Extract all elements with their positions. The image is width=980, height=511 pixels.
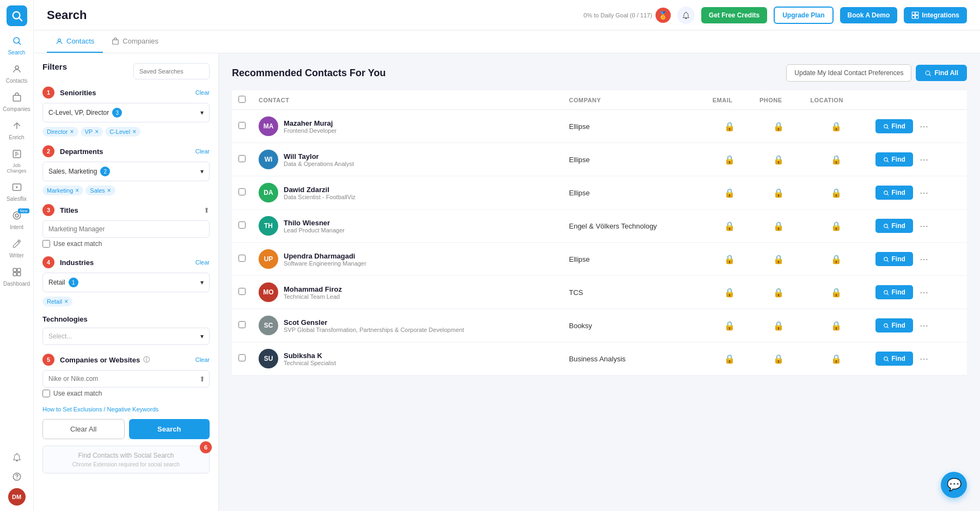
- companies-clear-button[interactable]: Clear: [195, 356, 210, 363]
- titles-upload-icon[interactable]: ⬆: [204, 206, 210, 214]
- saved-searches-input[interactable]: [133, 63, 210, 79]
- sidebar-item-enrich[interactable]: Enrich: [2, 118, 32, 144]
- tag-sales[interactable]: Sales ×: [85, 186, 115, 195]
- sidebar-item-contacts[interactable]: Contacts: [2, 61, 32, 87]
- upgrade-plan-button[interactable]: Upgrade Plan: [774, 7, 833, 24]
- contact-avatar: MO: [259, 282, 278, 302]
- exclusions-link[interactable]: How to Set Exclusions / Negative Keyword…: [42, 406, 210, 413]
- find-button[interactable]: Find: [875, 352, 912, 366]
- seniorities-clear-button[interactable]: Clear: [195, 89, 210, 96]
- find-button[interactable]: Find: [875, 119, 912, 133]
- sidebar-item-search[interactable]: Search: [2, 33, 32, 59]
- find-button[interactable]: Find: [875, 152, 912, 167]
- find-button[interactable]: Find: [875, 252, 912, 266]
- more-options-button[interactable]: ⋯: [916, 318, 932, 333]
- avatar[interactable]: DM: [8, 488, 26, 506]
- departments-dropdown[interactable]: Sales, Marketing 2 ▾: [42, 162, 210, 181]
- action-cell: Find ⋯: [875, 285, 960, 300]
- more-options-button[interactable]: ⋯: [916, 152, 932, 167]
- update-prefs-button[interactable]: Update My Ideal Contact Preferences: [786, 64, 911, 82]
- row-checkbox[interactable]: [238, 188, 246, 195]
- contact-avatar: MA: [259, 116, 278, 136]
- row-checkbox[interactable]: [238, 122, 246, 129]
- email-lock-icon: 🔒: [713, 221, 746, 231]
- companies-upload-icon[interactable]: ⬆: [199, 375, 205, 383]
- sidebar-item-companies[interactable]: Companies: [2, 89, 32, 115]
- find-all-button[interactable]: Find All: [916, 65, 967, 81]
- companies-input[interactable]: [42, 370, 210, 387]
- departments-clear-button[interactable]: Clear: [195, 148, 210, 155]
- contact-avatar: SC: [259, 316, 278, 335]
- select-all-checkbox[interactable]: [238, 96, 246, 103]
- sidebar-item-help[interactable]: [2, 469, 32, 486]
- search-button[interactable]: Search: [129, 419, 210, 439]
- tag-clevel[interactable]: C-Level ×: [105, 127, 140, 137]
- departments-count-badge: 2: [100, 167, 110, 176]
- social-search-placeholder: Find Contacts with Social Search: [48, 452, 204, 459]
- more-options-button[interactable]: ⋯: [916, 285, 932, 300]
- chat-bubble[interactable]: 💬: [941, 472, 967, 498]
- tag-director[interactable]: Director ×: [42, 127, 78, 137]
- find-button[interactable]: Find: [875, 186, 912, 200]
- more-options-button[interactable]: ⋯: [916, 119, 932, 134]
- row-checkbox[interactable]: [238, 321, 246, 328]
- book-demo-button[interactable]: Book A Demo: [840, 7, 898, 23]
- titles-exact-match-checkbox[interactable]: [42, 240, 50, 248]
- location-lock-icon: 🔒: [810, 287, 862, 298]
- col-phone: Phone: [753, 90, 804, 110]
- row-checkbox[interactable]: [238, 354, 246, 361]
- tag-marketing[interactable]: Marketing ×: [42, 186, 83, 195]
- writer-icon: [12, 239, 22, 251]
- filter-section-companies: 5 Companies or Websites ⓘ Clear ⬆ Use ex…: [42, 354, 210, 397]
- more-options-button[interactable]: ⋯: [916, 186, 932, 200]
- more-options-button[interactable]: ⋯: [916, 219, 932, 233]
- row-checkbox[interactable]: [238, 288, 246, 295]
- more-options-button[interactable]: ⋯: [916, 352, 932, 366]
- dashboard-icon: [12, 267, 22, 280]
- industries-dropdown[interactable]: Retail 1 ▾: [42, 273, 210, 292]
- clear-all-button[interactable]: Clear All: [42, 419, 125, 439]
- contact-name: Thilo Wiesner: [284, 219, 345, 227]
- titles-input[interactable]: [42, 220, 210, 238]
- app-logo[interactable]: [7, 5, 27, 26]
- sidebar-item-intent[interactable]: New Intent: [2, 207, 32, 233]
- find-button[interactable]: Find: [875, 219, 912, 233]
- row-checkbox[interactable]: [238, 155, 246, 162]
- sidebar-item-dashboard[interactable]: Dashboard: [2, 264, 32, 290]
- more-options-button[interactable]: ⋯: [916, 252, 932, 267]
- location-lock-icon: 🔒: [810, 221, 862, 231]
- sidebar-item-job-changes[interactable]: Job Changes: [2, 146, 32, 177]
- bell-icon[interactable]: [677, 7, 695, 24]
- page-body: Filters 1 Seniorities Clear C-Level, VP,…: [34, 53, 980, 511]
- find-button[interactable]: Find: [875, 318, 912, 333]
- integrations-button[interactable]: Integrations: [904, 7, 967, 23]
- companies-exact-match-checkbox[interactable]: [42, 390, 50, 397]
- seniorities-header: 1 Seniorities Clear: [42, 87, 210, 98]
- find-button[interactable]: Find: [875, 285, 912, 299]
- sidebar-item-salesflix[interactable]: Salesflix: [2, 179, 32, 205]
- sidebar-item-notifications[interactable]: [2, 449, 32, 466]
- seniorities-dropdown[interactable]: C-Level, VP, Director 3 ▾: [42, 103, 210, 122]
- industries-clear-button[interactable]: Clear: [195, 259, 210, 266]
- results-header: Recommended Contacts For You Update My I…: [232, 64, 967, 82]
- results-title: Recommended Contacts For You: [232, 67, 385, 79]
- tab-companies[interactable]: Companies: [103, 30, 167, 53]
- filter-actions: Clear All Search: [42, 419, 210, 439]
- row-checkbox[interactable]: [238, 221, 246, 229]
- info-icon[interactable]: ⓘ: [143, 355, 150, 365]
- technologies-dropdown[interactable]: Select... ▾: [42, 328, 210, 345]
- daily-goal-text: 0% to Daily Goal (0 / 117): [584, 12, 652, 19]
- tag-vp[interactable]: VP ×: [81, 127, 103, 137]
- phone-lock-icon: 🔒: [759, 254, 797, 264]
- social-search-box[interactable]: Find Contacts with Social Search Chrome …: [42, 446, 210, 473]
- get-free-credits-button[interactable]: Get Free Credits: [701, 7, 767, 23]
- titles-exact-match-row: Use exact match: [42, 240, 210, 248]
- dropdown-chevron-icon-4: ▾: [200, 333, 204, 340]
- sidebar-item-writer[interactable]: Writer: [2, 236, 32, 262]
- integrations-label: Integrations: [922, 11, 959, 19]
- tab-contacts[interactable]: Contacts: [47, 30, 103, 53]
- svg-rect-11: [13, 268, 16, 272]
- contact-company: Engel & Völkers Technology: [562, 210, 706, 243]
- tag-retail[interactable]: Retail ×: [42, 297, 72, 306]
- row-checkbox[interactable]: [238, 255, 246, 262]
